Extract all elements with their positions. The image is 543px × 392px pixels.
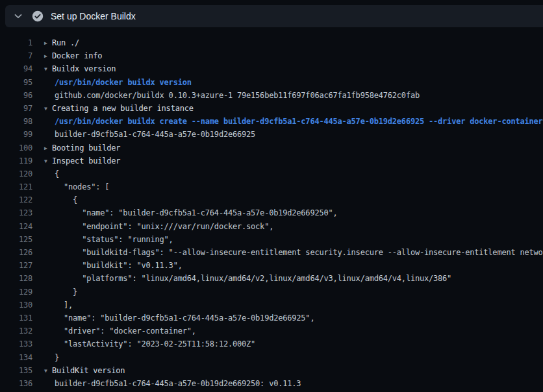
log-line: 128 "platforms": "linux/amd64,linux/amd6… (0, 272, 543, 285)
triangle-right-icon: ▶ (44, 37, 52, 49)
log-line: 129 } (0, 286, 543, 299)
log-line[interactable]: 7 ▶Docker info (0, 49, 543, 62)
line-number[interactable]: 100 (0, 141, 32, 154)
line-number[interactable]: 99 (0, 128, 32, 141)
line-number[interactable]: 95 (0, 76, 32, 89)
log-line: 134 } (0, 351, 543, 364)
log-text: builder-d9cfb5a1-c764-445a-a57e-0b19d2e6… (55, 130, 255, 139)
check-circle-icon (32, 10, 44, 22)
log-text: "status": "running", (55, 235, 173, 244)
log-text: "buildkit": "v0.11.3", (55, 261, 183, 270)
log-text: "lastActivity": "2023-02-25T11:58:12.000… (55, 339, 255, 349)
triangle-down-icon: ▼ (44, 63, 52, 75)
line-number[interactable]: 120 (0, 167, 32, 180)
log-text: /usr/bin/docker buildx version (55, 78, 192, 87)
log-text: { (55, 195, 77, 204)
log-line: 132 "driver": "docker-container", (0, 325, 543, 337)
line-number[interactable]: 122 (0, 193, 32, 206)
log-line[interactable]: 100 ▶Booting builder (0, 141, 543, 154)
log-line[interactable]: 135 ▼BuildKit version (0, 364, 543, 377)
log-line: 123 "name": "builder-d9cfb5a1-c764-445a-… (0, 206, 543, 219)
line-number[interactable]: 130 (0, 299, 32, 312)
line-number[interactable]: 94 (0, 62, 32, 75)
line-number[interactable]: 128 (0, 272, 32, 285)
log-text: } (55, 288, 77, 297)
log-line: 98 /usr/bin/docker buildx create --name … (0, 115, 543, 128)
log-line: 136 builder-d9cfb5a1-c764-445a-a57e-0b19… (0, 377, 543, 390)
triangle-right-icon: ▶ (44, 50, 52, 62)
triangle-down-icon: ▼ (44, 103, 52, 115)
log-line: 122 { (0, 193, 543, 206)
line-number[interactable]: 123 (0, 206, 32, 219)
step-header[interactable]: Set up Docker Buildx (5, 5, 543, 27)
log-text: Run ./ (52, 38, 79, 47)
step-title: Set up Docker Buildx (51, 11, 136, 21)
log-line: 127 "buildkit": "v0.11.3", (0, 259, 543, 272)
log-text: ], (55, 300, 73, 310)
log-text: Booting builder (52, 143, 120, 153)
line-number[interactable]: 127 (0, 259, 32, 272)
line-number[interactable]: 133 (0, 337, 32, 350)
line-number[interactable]: 1 (0, 36, 32, 49)
log-line: 95 /usr/bin/docker buildx version (0, 76, 543, 89)
line-number[interactable]: 132 (0, 325, 32, 337)
log-line: 124 "endpoint": "unix:///var/run/docker.… (0, 220, 543, 233)
log-viewer: Set up Docker Buildx 1 ▶Run ./ 7 ▶Docker… (0, 0, 543, 392)
log-text: Inspect builder (52, 156, 120, 165)
log-line[interactable]: 97 ▼Creating a new builder instance (0, 102, 543, 115)
log-line: 133 "lastActivity": "2023-02-25T11:58:12… (0, 337, 543, 350)
log-line: 99 builder-d9cfb5a1-c764-445a-a57e-0b19d… (0, 128, 543, 141)
line-number[interactable]: 96 (0, 89, 32, 102)
log-text: github.com/docker/buildx 0.10.3+azure-1 … (55, 91, 420, 100)
log-line: 130 ], (0, 299, 543, 312)
line-number[interactable]: 134 (0, 351, 32, 364)
log-line: 126 "buildkitd-flags": "--allow-insecure… (0, 246, 543, 259)
log-lines-container: 1 ▶Run ./ 7 ▶Docker info 94 ▼Buildx vers… (0, 36, 543, 390)
log-text: builder-d9cfb5a1-c764-445a-a57e-0b19d2e6… (55, 379, 301, 388)
line-number[interactable]: 119 (0, 154, 32, 167)
log-text: "driver": "docker-container", (55, 326, 196, 336)
log-text: "name": "builder-d9cfb5a1-c764-445a-a57e… (55, 208, 338, 217)
line-number[interactable]: 121 (0, 180, 32, 193)
log-line: 120 { (0, 167, 543, 180)
log-text: Docker info (52, 51, 102, 60)
triangle-right-icon: ▶ (44, 142, 52, 154)
triangle-down-icon: ▼ (44, 155, 52, 167)
log-line: 96 github.com/docker/buildx 0.10.3+azure… (0, 89, 543, 102)
log-line[interactable]: 94 ▼Buildx version (0, 62, 543, 75)
log-line: 131 "name": "builder-d9cfb5a1-c764-445a-… (0, 312, 543, 325)
log-text: "endpoint": "unix:///var/run/docker.sock… (55, 222, 273, 231)
log-text: BuildKit version (52, 366, 125, 375)
log-text: "nodes": [ (55, 182, 109, 191)
log-text: "buildkitd-flags": "--allow-insecure-ent… (55, 248, 543, 257)
chevron-down-icon[interactable] (13, 11, 23, 21)
line-number[interactable]: 126 (0, 246, 32, 259)
line-number[interactable]: 136 (0, 377, 32, 390)
line-number[interactable]: 97 (0, 102, 32, 115)
line-number[interactable]: 131 (0, 312, 32, 325)
log-text: } (55, 353, 59, 362)
log-text: /usr/bin/docker buildx create --name bui… (55, 117, 543, 126)
line-number[interactable]: 135 (0, 364, 32, 377)
line-number[interactable]: 125 (0, 233, 32, 246)
line-number[interactable]: 124 (0, 220, 32, 233)
line-number[interactable]: 98 (0, 115, 32, 128)
log-line: 125 "status": "running", (0, 233, 543, 246)
log-line[interactable]: 119 ▼Inspect builder (0, 154, 543, 167)
log-text: Creating a new builder instance (52, 104, 194, 113)
line-number[interactable]: 7 (0, 49, 32, 62)
triangle-down-icon: ▼ (44, 365, 52, 377)
log-text: "name": "builder-d9cfb5a1-c764-445a-a57e… (55, 313, 314, 323)
log-line[interactable]: 1 ▶Run ./ (0, 36, 543, 49)
line-number[interactable]: 129 (0, 286, 32, 299)
log-text: Buildx version (52, 64, 116, 73)
log-text: "platforms": "linux/amd64,linux/amd64/v2… (55, 274, 451, 283)
log-text: { (55, 169, 59, 178)
log-line: 121 "nodes": [ (0, 180, 543, 193)
